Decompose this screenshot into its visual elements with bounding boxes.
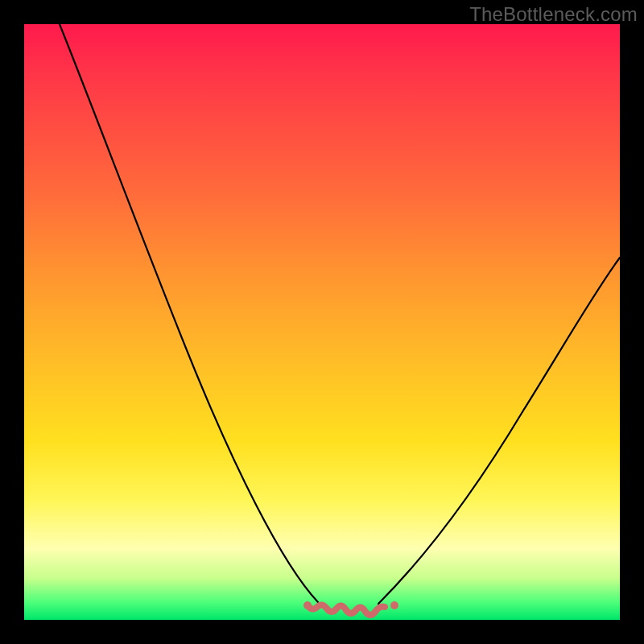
chart-svg [24, 24, 620, 620]
valley-end-dot [390, 601, 398, 609]
curve-right-branch [378, 258, 620, 604]
valley-start-dot [303, 601, 312, 609]
plot-area [24, 24, 620, 620]
watermark-text: TheBottleneck.com [469, 3, 638, 26]
curve-valley-floor [308, 605, 385, 615]
curve-left-branch [60, 24, 318, 602]
chart-frame: TheBottleneck.com [0, 0, 644, 644]
